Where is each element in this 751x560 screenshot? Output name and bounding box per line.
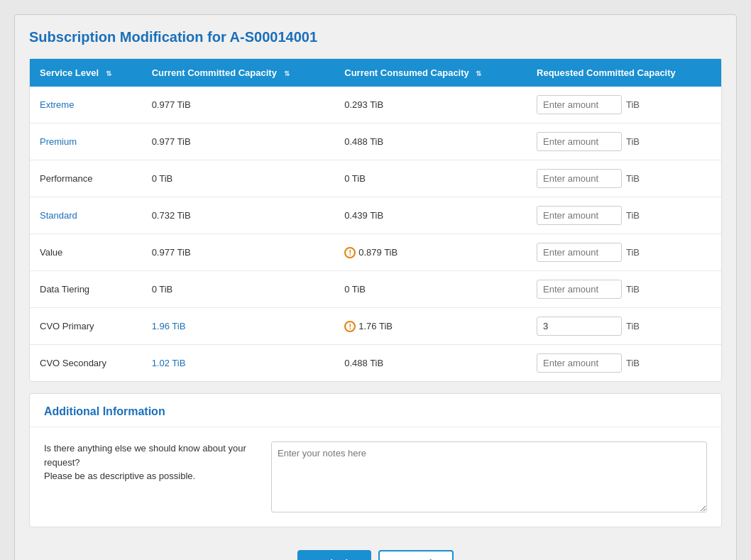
cell-service-level: Data Tiering xyxy=(30,271,142,308)
cell-requested-committed: TiB xyxy=(527,345,721,382)
unit-label: TiB xyxy=(626,210,640,221)
cell-requested-committed: TiB xyxy=(527,234,721,271)
amount-input[interactable] xyxy=(537,353,622,373)
additional-info-title: Additional Information xyxy=(30,394,721,427)
amount-input[interactable] xyxy=(537,206,622,225)
cell-requested-committed: TiB xyxy=(527,197,721,234)
col-current-committed[interactable]: Current Committed Capacity ⇅ xyxy=(142,59,335,87)
cell-service-level[interactable]: Premium xyxy=(30,123,142,160)
unit-label: TiB xyxy=(626,247,640,258)
warning-icon: ! xyxy=(344,321,356,332)
col-service-level[interactable]: Service Level ⇅ xyxy=(30,59,142,87)
cell-current-consumed: 0 TiB xyxy=(334,271,527,308)
table-row: Extreme0.977 TiB0.293 TiBTiB xyxy=(30,87,721,123)
amount-input[interactable] xyxy=(537,169,622,188)
cell-current-consumed: !0.879 TiB xyxy=(334,234,527,271)
unit-label: TiB xyxy=(626,173,640,184)
page-title: Subscription Modification for A-S0001400… xyxy=(29,29,722,45)
table-row: Performance0 TiB0 TiBTiB xyxy=(30,160,721,197)
cell-current-consumed: 0.293 TiB xyxy=(334,87,527,123)
subscription-table: Service Level ⇅ Current Committed Capaci… xyxy=(30,59,721,381)
submit-button[interactable]: Submit xyxy=(297,550,371,560)
cancel-button[interactable]: Cancel xyxy=(378,550,454,560)
table-row: Data Tiering0 TiB0 TiBTiB xyxy=(30,271,721,308)
sort-icon-service-level: ⇅ xyxy=(106,70,111,77)
main-table-card: Service Level ⇅ Current Committed Capaci… xyxy=(29,58,722,382)
cell-service-level: Performance xyxy=(30,160,142,197)
cell-requested-committed: TiB xyxy=(527,160,721,197)
amount-input[interactable] xyxy=(537,317,622,336)
unit-label: TiB xyxy=(626,284,640,295)
col-current-consumed[interactable]: Current Consumed Capacity ⇅ xyxy=(334,59,527,87)
additional-info-label: Is there anything else we should know ab… xyxy=(44,441,257,483)
sort-icon-committed: ⇅ xyxy=(284,70,290,77)
table-row: CVO Secondary1.02 TiB0.488 TiBTiB xyxy=(30,345,721,382)
cell-service-level[interactable]: Standard xyxy=(30,197,142,234)
table-body: Extreme0.977 TiB0.293 TiBTiBPremium0.977… xyxy=(30,87,721,381)
unit-label: TiB xyxy=(626,321,640,331)
amount-input[interactable] xyxy=(537,280,622,299)
amount-input[interactable] xyxy=(537,95,622,114)
cell-current-consumed: 0 TiB xyxy=(334,160,527,197)
unit-label: TiB xyxy=(626,358,640,368)
cell-requested-committed: TiB xyxy=(527,123,721,160)
cell-current-consumed: 0.488 TiB xyxy=(334,345,527,382)
cell-current-consumed: 0.488 TiB xyxy=(334,123,527,160)
cell-current-committed: 0 TiB xyxy=(142,271,335,308)
cell-current-committed: 0 TiB xyxy=(142,160,335,197)
cell-current-committed: 0.977 TiB xyxy=(142,234,335,271)
button-row: Submit Cancel xyxy=(29,539,722,560)
cell-current-committed: 0.977 TiB xyxy=(142,123,335,160)
cell-current-committed: 0.732 TiB xyxy=(142,197,335,234)
cell-current-consumed: !1.76 TiB xyxy=(334,308,527,345)
cell-service-level: CVO Secondary xyxy=(30,345,142,382)
cell-current-consumed: 0.439 TiB xyxy=(334,197,527,234)
cell-requested-committed: TiB xyxy=(527,271,721,308)
unit-label: TiB xyxy=(626,99,640,110)
cell-service-level[interactable]: Extreme xyxy=(30,87,142,123)
additional-info-card: Additional Information Is there anything… xyxy=(29,393,722,527)
table-row: Value0.977 TiB!0.879 TiBTiB xyxy=(30,234,721,271)
cell-service-level: CVO Primary xyxy=(30,308,142,345)
table-row: CVO Primary1.96 TiB!1.76 TiBTiB xyxy=(30,308,721,345)
cell-requested-committed: TiB xyxy=(527,87,721,123)
cell-current-committed[interactable]: 1.02 TiB xyxy=(142,345,335,382)
table-header-row: Service Level ⇅ Current Committed Capaci… xyxy=(30,59,721,87)
sort-icon-consumed: ⇅ xyxy=(476,70,481,77)
table-row: Standard0.732 TiB0.439 TiBTiB xyxy=(30,197,721,234)
cell-service-level: Value xyxy=(30,234,142,271)
amount-input[interactable] xyxy=(537,132,622,151)
cell-current-committed[interactable]: 1.96 TiB xyxy=(142,308,335,345)
col-requested-committed: Requested Committed Capacity xyxy=(527,59,721,87)
amount-input[interactable] xyxy=(537,243,622,262)
warning-icon: ! xyxy=(344,247,356,258)
page-container: Subscription Modification for A-S0001400… xyxy=(14,14,737,560)
cell-current-committed: 0.977 TiB xyxy=(142,87,335,123)
additional-info-body: Is there anything else we should know ab… xyxy=(30,427,721,527)
table-row: Premium0.977 TiB0.488 TiBTiB xyxy=(30,123,721,160)
notes-textarea[interactable] xyxy=(271,441,707,512)
unit-label: TiB xyxy=(626,136,640,147)
cell-requested-committed: TiB xyxy=(527,308,721,345)
